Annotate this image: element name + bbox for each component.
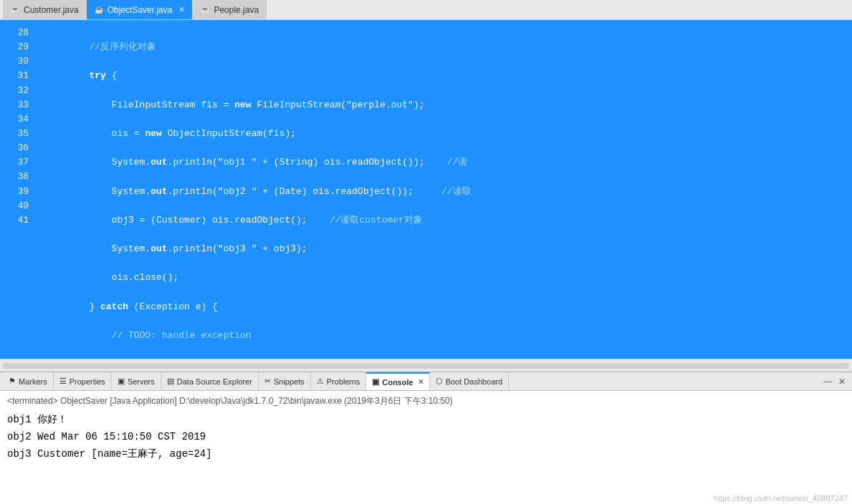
close-panel-button[interactable]: ✕ xyxy=(836,376,848,387)
tab-datasource-label: Data Source Explorer xyxy=(177,377,252,386)
tab-datasource[interactable]: ▤ Data Source Explorer xyxy=(161,372,259,390)
line-num-35: 35 xyxy=(0,127,36,141)
line-num-33: 33 xyxy=(0,98,36,112)
tab-snippets[interactable]: ✂ Snippets xyxy=(259,372,311,390)
panel-controls: — ✕ xyxy=(822,376,852,387)
code-line-35: System.out.println("obj3 " + obj3); xyxy=(44,242,843,256)
tab-bootdashboard[interactable]: ⬡ Boot Dashboard xyxy=(430,372,509,390)
console-output: obj1 你好！ obj2 Wed Mar 06 15:10:50 CST 20… xyxy=(7,412,845,462)
code-line-30: FileInputStream fis = new FileInputStrea… xyxy=(44,98,843,112)
code-line-29: try { xyxy=(44,69,843,83)
code-editor: 28 29 30 31 32 33 34 35 36 37 38 39 40 4… xyxy=(0,20,852,372)
tab-label-customer: Customer.java xyxy=(24,5,79,15)
line-num-29: 29 xyxy=(0,40,36,54)
tab-problems-label: Problems xyxy=(327,377,360,386)
code-line-31: ois = new ObjectInputStream(fis); xyxy=(44,127,843,141)
line-num-36: 36 xyxy=(0,141,36,155)
code-content: 28 29 30 31 32 33 34 35 36 37 38 39 40 4… xyxy=(0,20,852,359)
tab-snippets-label: Snippets xyxy=(274,377,305,386)
tab-console[interactable]: ▣ Console ✕ xyxy=(366,372,429,390)
line-num-32: 32 xyxy=(0,84,36,98)
line-num-39: 39 xyxy=(0,185,36,199)
tab-bootdashboard-label: Boot Dashboard xyxy=(446,377,503,386)
tab-markers-label: Markers xyxy=(19,377,47,386)
tab-label-objectsaver: ObjectSaver.java xyxy=(107,5,173,15)
tab-customer[interactable]: ☕ Customer.java xyxy=(3,0,87,19)
java-icon-people: ☕ xyxy=(200,5,210,15)
line-num-30: 30 xyxy=(0,54,36,69)
code-line-32: System.out.println("obj1 " + (String) oi… xyxy=(44,155,843,170)
tab-servers[interactable]: ▣ Servers xyxy=(112,372,161,390)
markers-icon: ⚑ xyxy=(9,377,16,386)
console-status: <terminated> ObjectSaver [Java Applicati… xyxy=(7,395,845,407)
tab-markers[interactable]: ⚑ Markers xyxy=(3,372,54,390)
java-icon-customer: ☕ xyxy=(10,5,20,15)
tab-people[interactable]: ☕ People.java xyxy=(193,0,267,19)
tab-properties[interactable]: ☰ Properties xyxy=(54,372,112,390)
console-line-3: obj3 Customer [name=王麻子, age=24] xyxy=(7,446,845,463)
console-content: <terminated> ObjectSaver [Java Applicati… xyxy=(0,391,852,493)
java-icon-objectsaver: ☕ xyxy=(94,5,104,15)
code-line-33: System.out.println("obj2 " + (Date) ois.… xyxy=(44,185,843,199)
line-num-34: 34 xyxy=(0,112,36,127)
tab-console-label: Console xyxy=(382,378,413,387)
console-tab-close[interactable]: ✕ xyxy=(418,378,423,386)
line-numbers: 28 29 30 31 32 33 34 35 36 37 38 39 40 4… xyxy=(0,20,36,359)
code-line-38: // TODO: handle exception xyxy=(44,329,843,343)
scrollbar-track[interactable] xyxy=(3,363,849,369)
code-line-34: obj3 = (Customer) ois.readObject(); //读取… xyxy=(44,213,843,228)
console-tab-bar: ⚑ Markers ☰ Properties ▣ Servers ▤ Data … xyxy=(0,372,852,391)
line-num-37: 37 xyxy=(0,155,36,170)
horizontal-scrollbar[interactable] xyxy=(0,359,852,372)
servers-icon: ▣ xyxy=(118,377,125,386)
tab-problems[interactable]: ⚠ Problems xyxy=(311,372,366,390)
console-icon: ▣ xyxy=(372,377,379,387)
code-line-36: ois.close(); xyxy=(44,271,843,285)
tab-objectsaver[interactable]: ☕ ObjectSaver.java ✕ xyxy=(87,0,193,19)
code-lines[interactable]: //反序列化对象 try { FileInputStream fis = new… xyxy=(36,20,852,359)
snippets-icon: ✂ xyxy=(264,377,271,386)
tab-bar: ☕ Customer.java ☕ ObjectSaver.java ✕ ☕ P… xyxy=(0,0,852,20)
minimize-panel-button[interactable]: — xyxy=(822,376,833,387)
code-line-37: } catch (Exception e) { xyxy=(44,300,843,314)
problems-icon: ⚠ xyxy=(317,377,324,386)
line-num-40: 40 xyxy=(0,199,36,213)
console-line-2: obj2 Wed Mar 06 15:10:50 CST 2019 xyxy=(7,429,845,446)
line-num-28: 28 xyxy=(0,26,36,40)
line-num-41: 41 xyxy=(0,213,36,228)
watermark: https://blog.csdn.net/weixin_40807247 xyxy=(0,493,852,504)
console-line-1: obj1 你好！ xyxy=(7,412,845,429)
datasource-icon: ▤ xyxy=(167,377,174,386)
tab-properties-label: Properties xyxy=(70,377,105,386)
line-num-38: 38 xyxy=(0,170,36,184)
properties-icon: ☰ xyxy=(59,377,67,386)
tab-label-people: People.java xyxy=(214,5,259,15)
bootdashboard-icon: ⬡ xyxy=(436,377,443,386)
line-num-31: 31 xyxy=(0,69,36,83)
tab-close-objectsaver[interactable]: ✕ xyxy=(178,5,185,14)
bottom-panel: ⚑ Markers ☰ Properties ▣ Servers ▤ Data … xyxy=(0,372,852,504)
tab-servers-label: Servers xyxy=(128,377,155,386)
code-line-28: //反序列化对象 xyxy=(44,40,843,54)
